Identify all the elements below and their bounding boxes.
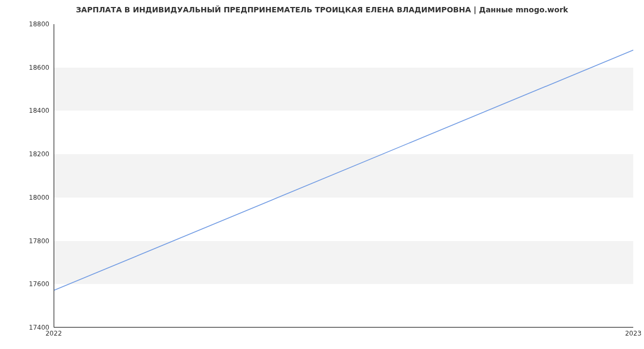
y-tick-label: 18000 <box>6 194 49 201</box>
data-line <box>54 50 633 290</box>
plot-area <box>54 24 633 328</box>
y-tick-label: 18800 <box>6 20 49 28</box>
y-tick-label: 17600 <box>6 280 49 288</box>
line-layer <box>54 24 633 327</box>
x-tick-label: 2023 <box>625 330 642 337</box>
line-chart: ЗАРПЛАТА В ИНДИВИДУАЛЬНЫЙ ПРЕДПРИНЕМАТЕЛ… <box>0 0 644 349</box>
y-tick-label: 18600 <box>6 64 49 71</box>
chart-title: ЗАРПЛАТА В ИНДИВИДУАЛЬНЫЙ ПРЕДПРИНЕМАТЕЛ… <box>0 5 644 14</box>
x-tick-label: 2022 <box>46 330 62 337</box>
y-tick-label: 18200 <box>6 150 49 158</box>
y-tick-label: 17800 <box>6 237 49 245</box>
y-tick-label: 17400 <box>6 324 49 331</box>
y-tick-label: 18400 <box>6 107 49 114</box>
